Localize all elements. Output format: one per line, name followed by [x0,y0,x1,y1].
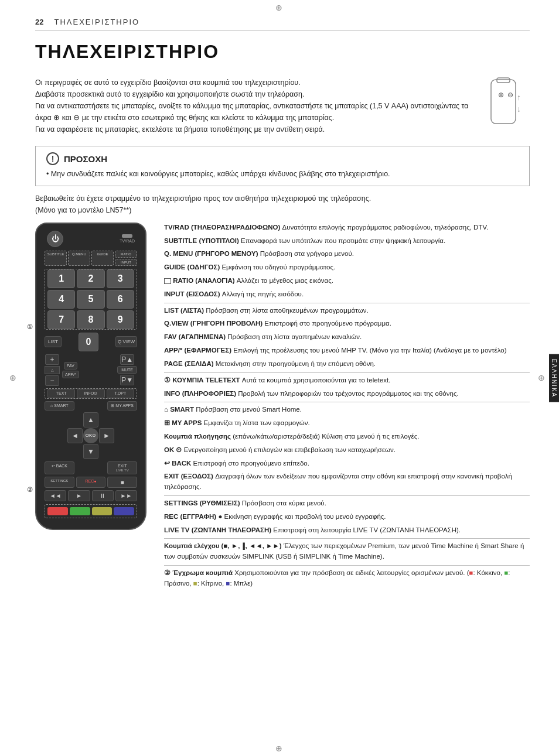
pause-button[interactable]: ⏸ [92,490,114,501]
yellow-button[interactable] [92,507,113,515]
settings-button[interactable]: SETTINGS [45,477,74,488]
desc-guide: GUIDE (ΟΔΗΓΟΣ) Εμφάνιση του οδηγού προγρ… [164,262,530,273]
qmenu-button[interactable]: Q.MENU [68,251,90,266]
num2-button[interactable]: 2 [77,269,104,288]
caution-label: ΠΡΟΣΟΧΗ [64,154,107,164]
main-title: ΤΗΛΕΧΕΙΡΙΣΤΗΡΙΟ [35,41,530,63]
dpad-area: ▲ ◄ OK⊙ ► ▼ [42,412,139,459]
green-button[interactable] [70,507,90,515]
smart-button[interactable]: ⌂ SMART [45,401,74,411]
num1-button[interactable]: 1 [47,269,75,288]
desc-tv-rad: TV/RAD (ΤΗΛΕΟΡΑΣΗ/ΡΑΔΙΟΦΩΝΟ) Δυνατότητα … [164,223,530,233]
guide-button[interactable]: GUIDE [91,251,114,266]
svg-rect-1 [497,78,510,83]
desc-fav: FAV (ΑΓΑΠΗΜΕΝΑ) Πρόσβαση στη λίστα αγαπη… [164,332,530,343]
myapps-button[interactable]: ⊞ MY APPS [107,401,137,411]
desc-control: Κουμπιά ελέγχου (■, ►, ‖, ◄◄, ►►) Έλεγχο… [164,541,530,562]
top-title: ΤΗΛΕΧΕΙΡΙΣΤΗΡΙΟ [54,18,139,26]
svg-text:↓: ↓ [517,104,521,114]
desc-teletext: ① ΚΟΥΜΠΙΑ TELETEXT Αυτά τα κουμπιά χρησι… [164,375,530,386]
num3-button[interactable]: 3 [107,269,134,288]
list-button[interactable]: LIST [45,336,62,347]
remote-container: ① ② ⏻ TV/RAD SUBTITLE Q.MENU G [35,223,152,592]
vol-up-button[interactable]: + [45,354,59,365]
intro-p1: Οι περιγραφές σε αυτό το εγχειρίδιο βασί… [35,77,472,88]
num7-button[interactable]: 7 [47,310,75,329]
desc-ratio: RATIO (ΑΝΑΛΟΓΙΑ) Αλλάζει το μέγεθος μιας… [164,276,530,286]
crosshair-right: ⊕ [538,373,545,382]
color-buttons [45,504,137,518]
label-1: ① [27,323,33,331]
dpad-down-button[interactable]: ▼ [83,444,98,459]
stop-button[interactable]: ■ [107,477,137,488]
intro-section: Οι περιγραφές σε αυτό το εγχειρίδιο βασί… [35,77,530,135]
desc-back: ↩ BACK Επιστροφή στο προηγούμενο επίπεδο… [164,459,530,469]
mute-button[interactable]: MUTE [117,366,137,374]
qview-button[interactable]: Q VIEW [115,336,137,347]
divider-3 [164,402,530,402]
svg-rect-0 [491,80,516,124]
dpad-left-button[interactable]: ◄ [67,428,83,443]
input-button[interactable]: INPUT [115,259,137,266]
page-number: 22 [35,18,43,26]
smart-row: ⌂ SMART ⊞ MY APPS [42,401,139,411]
numpad: 1 2 3 4 5 6 7 8 9 [45,269,137,330]
rec-button[interactable]: REC● [76,477,106,488]
caution-content: Μην συνδυάζετε παλιές και καινούργιες μπ… [46,169,519,180]
fav-button[interactable]: FAV [64,362,77,370]
fwd-button[interactable]: ►► [115,490,137,501]
power-button[interactable]: ⏻ [47,231,63,247]
desc-info: INFO (ΠΛΗΡΟΦΟΡΙΕΣ) Προβολή των πληροφορι… [164,389,530,399]
divider-2 [164,372,530,373]
subtitle-button[interactable]: SUBTITLE [45,251,67,266]
media-controls: ◄◄ ► ⏸ ►► [42,490,139,501]
caution-item-0: Μην συνδυάζετε παλιές και καινούργιες μπ… [46,169,519,180]
exit-button[interactable]: EXITLIVE TV [107,461,137,474]
desc-input: INPUT (ΕΙΣΟΔΟΣ) Αλλαγή της πηγής εισόδου… [164,289,530,300]
ratio-button[interactable]: RATIO [115,251,137,258]
svg-text:↑: ↑ [517,93,521,102]
ok-button[interactable]: OK⊙ [83,428,98,443]
desc-page: PAGE (ΣΕΛΙΔΑ) Μετακίνηση στην προηγούμεν… [164,359,530,370]
sidebar-label: ΕΛΛΗΝΙΚΑ [549,354,559,402]
num5-button[interactable]: 5 [77,290,104,309]
desc-ok: OK ⊙ Ενεργοποίηση μενού ή επιλογών και ε… [164,445,530,456]
text-button[interactable]: TEXT [47,389,75,398]
desc-livetv: LIVE TV (ΖΩΝΤΑΝΗ ΤΗΛΕΟΡΑΣΗ) Επιστροφή στ… [164,525,530,536]
topt-button[interactable]: T.OPT [107,389,134,398]
label-2: ② [27,486,33,494]
crosshair-top: ⊕ [275,3,282,12]
remote: ① ② ⏻ TV/RAD SUBTITLE Q.MENU G [35,223,146,530]
num8-button[interactable]: 8 [77,310,104,329]
svg-text:⊖: ⊖ [507,91,513,99]
crosshair-bottom: ⊕ [275,744,282,753]
back-button[interactable]: ↩ BACK [45,461,74,474]
desc-list: LIST (ΛΙΣΤΑ) Πρόσβαση στη λίστα αποθηκευ… [164,306,530,316]
info-button[interactable]: INFO⊙ [77,389,104,398]
dpad-right-button[interactable]: ► [99,428,114,443]
vol-down-button[interactable]: − [45,375,59,386]
blue-button[interactable] [114,507,134,515]
num4-button[interactable]: 4 [47,290,75,309]
rew-button[interactable]: ◄◄ [45,490,66,501]
num9-button[interactable]: 9 [107,310,134,329]
dpad-up-button[interactable]: ▲ [83,412,98,427]
intro-p2: Διαβάστε προσεκτικά αυτό το εγχειρίδιο κ… [35,88,472,100]
dpad: ▲ ◄ OK⊙ ► ▼ [67,412,114,459]
intro-p4: Για να αφαιρέσετε τις μπαταρίες, εκτελέσ… [35,124,472,135]
divider-1 [164,303,530,303]
battery-diagram: ⊕ ⊖ ↑ ↓ [483,77,530,129]
desc-myapps: ⊞ MY APPS Εμφανίζει τη λίστα των εφαρμογ… [164,418,530,429]
app-button[interactable]: APP/* [62,371,79,378]
confirm-text: Βεβαιωθείτε ότι έχετε στραμμένο το τηλεχ… [35,194,530,203]
descriptions: TV/RAD (ΤΗΛΕΟΡΑΣΗ/ΡΑΔΙΟΦΩΝΟ) Δυνατότητα … [164,223,530,592]
page: 22 ΤΗΛΕΧΕΙΡΙΣΤΗΡΙΟ ΤΗΛΕΧΕΙΡΙΣΤΗΡΙΟ Οι πε… [0,0,559,756]
page-down-button[interactable]: P▼ [120,375,134,385]
num0-button[interactable]: 0 [79,333,99,351]
desc-exit: EXIT (ΕΞΟΔΟΣ) Διαγραφή όλων των ενδείξεω… [164,471,530,492]
crosshair-left: ⊕ [9,373,16,382]
red-button[interactable] [47,507,68,515]
num6-button[interactable]: 6 [107,290,134,309]
page-up-button[interactable]: P▲ [120,354,134,365]
play-button[interactable]: ► [68,490,90,501]
